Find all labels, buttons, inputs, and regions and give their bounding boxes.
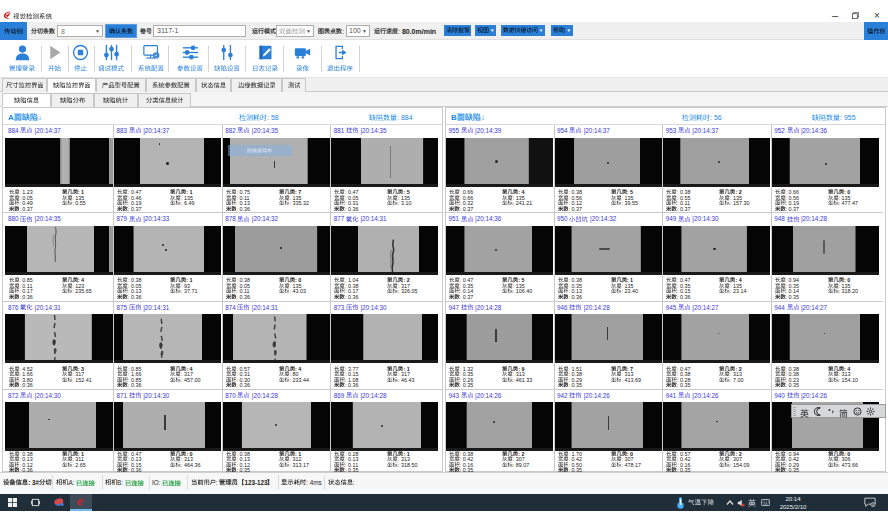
svg-text:6: 6 bbox=[872, 503, 874, 507]
